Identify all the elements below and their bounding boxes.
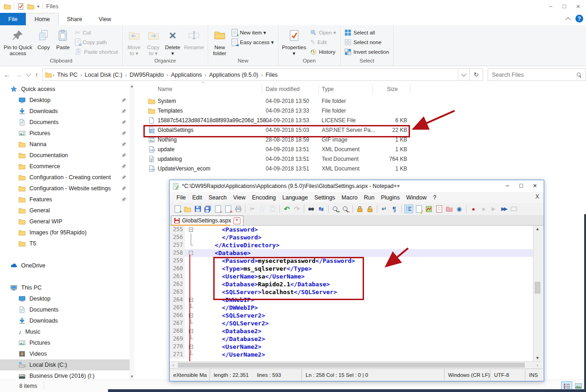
file-row-globalsettings[interactable]: GlobalSettings04-09-2018 15:03ASP.NET Se…: [139, 125, 586, 135]
sidebar-item-downloads[interactable]: Downloads: [0, 106, 130, 117]
vscroll-thumb[interactable]: [535, 282, 540, 294]
file-row-system[interactable]: System04-09-2018 13:50File folder: [139, 97, 586, 106]
sidebar-item-quick-access[interactable]: Quick access: [0, 84, 130, 95]
sync-v-icon[interactable]: [356, 205, 364, 213]
qat-customize-chevron[interactable]: ▾: [37, 4, 40, 9]
breadcrumb[interactable]: › This PC›Local Disk (C:)›DW95Rapido›App…: [42, 68, 459, 81]
zoom-in-icon[interactable]: +: [331, 205, 340, 213]
rename-button[interactable]: Rename: [183, 27, 205, 58]
search-icon[interactable]: [577, 72, 581, 77]
copy-button[interactable]: Copy: [34, 27, 53, 58]
sidebar-item-t5[interactable]: T5: [0, 238, 130, 249]
npp-menu-macro[interactable]: Macro: [338, 194, 361, 201]
macro-stop-icon[interactable]: ■: [479, 205, 488, 213]
code-line-258[interactable]: 258− <Database>: [170, 249, 533, 257]
cut-button[interactable]: ✂Cut: [73, 28, 120, 37]
macro-record-icon[interactable]: ●: [469, 205, 478, 213]
sidebar-item-onedrive[interactable]: OneDrive: [0, 260, 130, 271]
sidebar-item-pictures[interactable]: Pictures: [0, 337, 130, 348]
tab-home[interactable]: Home: [26, 13, 58, 25]
sidebar-item-business-drive-2016-i-[interactable]: Business Drive (2016) (I:): [0, 370, 130, 380]
tab-file[interactable]: File: [0, 13, 26, 25]
code-line-259[interactable]: 259 <Password>mysecretpassword</Password…: [170, 257, 533, 265]
back-button[interactable]: ←: [4, 71, 11, 79]
file-row-updatelog[interactable]: updatelog04-09-2018 13:51Text Document76…: [139, 154, 586, 164]
pin-to-quick-access-button[interactable]: Pin to Quickaccess: [2, 27, 34, 58]
help-icon[interactable]: ?: [575, 15, 583, 23]
show-all-chars-icon[interactable]: ¶: [390, 205, 399, 213]
undo-icon[interactable]: ↶: [283, 205, 291, 213]
sidebar-item-configuration-website-settings[interactable]: Configuration - Website settings: [0, 183, 130, 194]
macro-play-icon[interactable]: ▶: [489, 205, 498, 213]
properties-button[interactable]: Properties▾: [281, 27, 307, 58]
close-all-icon[interactable]: =: [224, 205, 233, 213]
open-button[interactable]: Open ▾: [308, 28, 338, 37]
breadcrumb-segment[interactable]: DW95Rapido: [128, 72, 165, 78]
doc-map-icon[interactable]: [425, 205, 433, 213]
npp-menu-search[interactable]: Search: [205, 194, 230, 201]
edit-button[interactable]: ✎Edit: [308, 37, 338, 47]
document-tab[interactable]: GlobalSettings.aspx ✕: [171, 216, 244, 225]
history-button[interactable]: History: [308, 47, 338, 57]
word-wrap-icon[interactable]: ↵: [380, 205, 389, 213]
redo-icon[interactable]: ↷: [293, 205, 302, 213]
tab-share[interactable]: Share: [59, 13, 91, 25]
breadcrumb-segment[interactable]: This PC: [55, 72, 79, 78]
view-doc-icon[interactable]: ◉: [455, 205, 464, 213]
npp-menu-close-doc[interactable]: X: [535, 193, 539, 200]
vscroll-up-icon[interactable]: ▲: [534, 227, 541, 231]
sync-h-icon[interactable]: [366, 205, 375, 213]
code-line-267[interactable]: 267 </SQLServer2>: [170, 319, 533, 327]
save-icon[interactable]: [193, 205, 202, 213]
sidebar-item-nanna[interactable]: Nanna: [0, 139, 130, 150]
code-line-260[interactable]: 260 <Type>ms_sqlserver</Type>: [170, 265, 533, 273]
npp-menu-plugins[interactable]: Plugins: [378, 194, 403, 201]
sidebar-item-local-disk-c-[interactable]: Local Disk (C:): [0, 359, 130, 370]
vscroll-down-icon[interactable]: ▼: [534, 356, 541, 360]
sidebar-item-music[interactable]: ♪Music: [0, 326, 130, 337]
npp-menu-file[interactable]: File: [173, 194, 189, 201]
code-line-256[interactable]: 256 </Password>: [170, 233, 533, 241]
cut-icon[interactable]: ✂: [248, 205, 257, 213]
sidebar-item-this-pc[interactable]: This PC: [0, 282, 130, 293]
column-header-size[interactable]: Size: [387, 86, 398, 92]
sidebar-scrollbar[interactable]: ▲ ▼: [130, 84, 134, 380]
editor-horizontal-scrollbar[interactable]: ‹ ›: [170, 361, 541, 369]
sidebar-item-documents[interactable]: Documents: [0, 117, 130, 128]
sidebar-item-images-for-95rapido-[interactable]: Images (for 95Rapido): [0, 227, 130, 238]
code-line-255[interactable]: 255− <Password>: [170, 226, 533, 233]
macro-run-multi-icon[interactable]: ▶▶: [500, 205, 508, 213]
new-folder-qat-icon[interactable]: [27, 3, 34, 10]
code-editor[interactable]: 255− <Password>256 </Password>257 </Acti…: [170, 226, 533, 361]
zoom-out-icon[interactable]: −: [341, 205, 350, 213]
recent-locations-chevron[interactable]: [26, 71, 31, 76]
sidebar-item-pictures[interactable]: Pictures: [0, 128, 130, 139]
copy-path-button[interactable]: wCopy path: [73, 37, 120, 47]
notepadpp-titlebar[interactable]: *C:\DW95Rapido\Applications\Applications…: [170, 180, 544, 192]
tab-close-icon[interactable]: ✕: [233, 217, 240, 224]
npp-menu-window[interactable]: Window: [403, 194, 430, 201]
hscroll-left-icon[interactable]: ‹: [171, 363, 176, 368]
invert-selection-button[interactable]: Invert selection: [343, 47, 391, 57]
function-list-icon[interactable]: ƒ: [415, 205, 423, 213]
editor-vertical-scrollbar[interactable]: ▲ ▼: [533, 226, 541, 361]
indent-guide-icon[interactable]: [404, 205, 413, 213]
file-row-update[interactable]: <e>update04-09-2018 13:51XML Document1 K…: [139, 145, 586, 154]
find-icon[interactable]: [307, 205, 316, 213]
file-row-15887c54123d887418d8f893a99c206d-158-[interactable]: 15887c54123d887418d8f893a99c206d_158...0…: [139, 116, 586, 125]
breadcrumb-segment[interactable]: Local Disk (C:): [83, 72, 124, 78]
folder-workspace-icon[interactable]: [445, 205, 454, 213]
npp-minimize-button[interactable]: –: [501, 180, 514, 190]
fold-collapse-icon[interactable]: −: [189, 227, 193, 232]
sidebar-item-documentation[interactable]: Documentation: [0, 150, 130, 161]
code-line-270[interactable]: 270− <UserName2>: [170, 343, 533, 351]
sidebar-item-ecommerce[interactable]: Ecommerce: [0, 161, 130, 172]
address-dropdown-button[interactable]: [458, 68, 470, 81]
file-row-nothing[interactable]: Nothing28-08-2018 18:59GIF image1 KB: [139, 135, 586, 145]
code-line-263[interactable]: 263 <SQLServer>localhost</SQLServer>: [170, 288, 533, 296]
npp-maximize-button[interactable]: □: [514, 180, 528, 190]
new-item-button[interactable]: +New item ▾: [230, 28, 276, 37]
fold-collapse-icon[interactable]: −: [189, 251, 193, 255]
file-row-updateversion-ecom[interactable]: <e>UpdateVersion_ecom04-09-2018 13:51XML…: [139, 164, 586, 174]
npp-menu-language[interactable]: Language: [279, 194, 311, 201]
